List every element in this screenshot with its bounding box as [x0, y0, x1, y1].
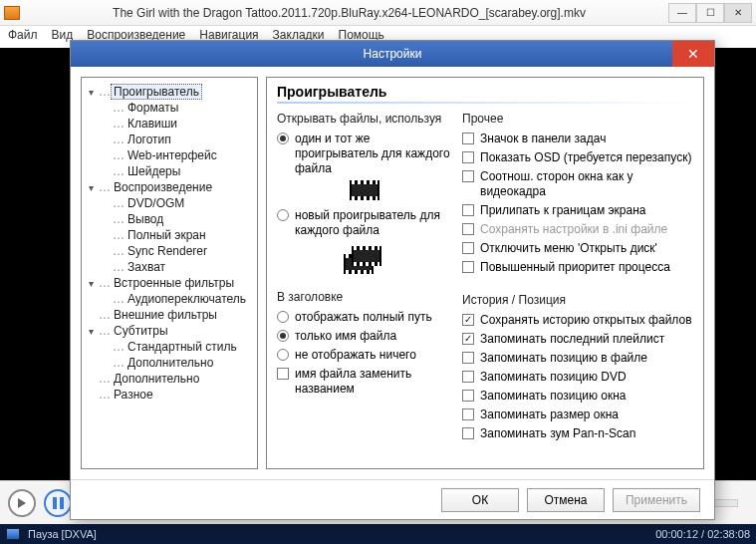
check-remember-playlist[interactable]: Запоминать последний плейлист — [462, 332, 693, 347]
status-bar: Пауза [DXVA] 00:00:12 / 02:38:08 — [0, 524, 756, 544]
check-high-priority[interactable]: Повышенный приоритет процесса — [462, 260, 693, 275]
checkbox-icon — [462, 390, 474, 402]
tree-twisty-icon: ▾ — [86, 278, 97, 289]
tree-twisty-icon: ▾ — [86, 182, 97, 193]
tree-node[interactable]: …Стандартный стиль — [86, 339, 253, 355]
tree-node[interactable]: …Аудиопереключатель — [86, 291, 253, 307]
apply-button: Применить — [613, 488, 700, 512]
tree-node[interactable]: …Web-интерфейс — [86, 147, 253, 163]
tree-label: Воспроизведение — [112, 180, 214, 194]
tree-dots: … — [113, 148, 124, 162]
tree-dots: … — [113, 101, 124, 115]
checkbox-icon — [462, 427, 474, 439]
tree-dots: … — [113, 133, 124, 146]
tree-label: Дополнительно — [126, 356, 215, 370]
check-aspect[interactable]: Соотнош. сторон окна как у видеокадра — [462, 169, 693, 199]
tree-node[interactable]: …Логотип — [86, 132, 253, 147]
group-title: В заголовке отображать полный путь тольк… — [277, 290, 452, 401]
checkbox-icon — [462, 170, 474, 182]
check-remember-filepos[interactable]: Запоминать позицию в файле — [462, 351, 693, 366]
check-remember-winsize[interactable]: Запоминать размер окна — [462, 408, 693, 422]
tree-dots: … — [113, 212, 124, 226]
history-label: История / Позиция — [462, 293, 693, 307]
check-remember-winpos[interactable]: Запоминать позицию окна — [462, 389, 693, 404]
other-label: Прочее — [462, 112, 693, 126]
tree-twisty-icon — [86, 374, 97, 385]
tree-label: Web-интерфейс — [126, 148, 219, 162]
radio-new-player[interactable]: новый проигрыватель для каждого файла — [277, 208, 452, 238]
tree-node[interactable]: …DVD/OGM — [86, 195, 253, 211]
tree-label: Вывод — [126, 212, 165, 226]
group-history: История / Позиция Сохранять историю откр… — [462, 293, 693, 445]
tree-dots: … — [113, 356, 124, 370]
tree-node[interactable]: …Внешние фильтры — [86, 307, 253, 323]
dialog-footer: ОК Отмена Применить — [71, 479, 714, 519]
cancel-button[interactable]: Отмена — [527, 488, 605, 512]
tree-node[interactable]: …Дополнительно — [86, 355, 253, 371]
check-remember-dvdpos[interactable]: Запоминать позицию DVD — [462, 370, 693, 385]
tree-dots: … — [113, 340, 124, 354]
minimize-button[interactable]: — — [668, 3, 696, 23]
tree-label: Встроенные фильтры — [112, 276, 236, 290]
tree-node[interactable]: ▾…Проигрыватель — [86, 84, 253, 100]
ok-button[interactable]: ОК — [441, 488, 519, 512]
tree-label: Sync Renderer — [126, 244, 209, 258]
tree-node[interactable]: …Sync Renderer — [86, 243, 253, 259]
tree-node[interactable]: …Шейдеры — [86, 163, 253, 179]
tree-dots: … — [99, 372, 110, 386]
tree-node[interactable]: …Вывод — [86, 211, 253, 227]
tree-node[interactable]: ▾…Воспроизведение — [86, 179, 253, 195]
radio-icon — [277, 349, 289, 361]
check-snap[interactable]: Прилипать к границам экрана — [462, 203, 693, 218]
status-text: Пауза [DXVA] — [28, 528, 97, 540]
tree-dots: … — [113, 228, 124, 242]
pause-icon — [53, 497, 64, 509]
tree-node[interactable]: …Разное — [86, 387, 253, 403]
check-remember-zoom[interactable]: Запоминать зум Pan-n-Scan — [462, 426, 693, 441]
check-disable-disc-menu[interactable]: Отключить меню 'Открыть диск' — [462, 241, 693, 256]
tree-node[interactable]: ▾…Встроенные фильтры — [86, 275, 253, 291]
tree-label: Логотип — [126, 133, 173, 146]
dialog-titlebar: Настройки ✕ — [71, 41, 714, 67]
check-replace-name[interactable]: имя файла заменить названием — [277, 367, 452, 397]
window-title: The Girl with the Dragon Tattoo.2011.720… — [30, 6, 668, 20]
tree-node[interactable]: …Форматы — [86, 100, 253, 116]
tree-label: Разное — [112, 388, 155, 402]
settings-tree[interactable]: ▾…Проигрыватель…Форматы…Клавиши…Логотип…… — [81, 77, 258, 469]
dialog-close-button[interactable]: ✕ — [672, 41, 714, 67]
tree-twisty-icon — [86, 390, 97, 401]
film-icon — [350, 180, 379, 200]
radio-same-player[interactable]: один и тот же проигрыватель для каждого … — [277, 132, 452, 176]
checkbox-icon — [462, 133, 474, 144]
radio-icon — [277, 209, 289, 221]
play-button[interactable] — [8, 489, 36, 517]
radio-icon — [277, 311, 289, 323]
status-time: 00:00:12 / 02:38:08 — [655, 528, 750, 540]
tree-twisty-icon: ▾ — [86, 326, 97, 337]
tree-dots: … — [99, 388, 110, 402]
radio-show-nothing[interactable]: не отображать ничего — [277, 348, 452, 363]
check-save-history[interactable]: Сохранять историю открытых файлов — [462, 313, 693, 328]
radio-filename-only[interactable]: только имя файла — [277, 329, 452, 344]
menu-file[interactable]: Файл — [8, 28, 38, 46]
check-tray-icon[interactable]: Значок в панели задач — [462, 132, 693, 146]
radio-full-path[interactable]: отображать полный путь — [277, 310, 452, 325]
window-buttons: — ☐ ✕ — [668, 3, 752, 23]
maximize-button[interactable]: ☐ — [696, 3, 724, 23]
pause-button[interactable] — [44, 489, 72, 517]
tree-node[interactable]: …Полный экран — [86, 227, 253, 243]
tree-label: Шейдеры — [126, 164, 182, 178]
close-button[interactable]: ✕ — [724, 3, 752, 23]
tree-label: Стандартный стиль — [126, 340, 239, 354]
tree-node[interactable]: ▾…Субтитры — [86, 323, 253, 339]
checkbox-icon — [462, 223, 474, 235]
check-show-osd[interactable]: Показать OSD (требуется перезапуск) — [462, 150, 693, 165]
dialog-title: Настройки — [364, 47, 422, 61]
tree-label: Проигрыватель — [112, 85, 201, 99]
tree-dots: … — [113, 244, 124, 258]
tree-node[interactable]: …Захват — [86, 259, 253, 275]
tree-node[interactable]: …Клавиши — [86, 116, 253, 132]
checkbox-icon — [462, 352, 474, 364]
settings-dialog: Настройки ✕ ▾…Проигрыватель…Форматы…Клав… — [70, 40, 715, 520]
tree-node[interactable]: …Дополнительно — [86, 371, 253, 387]
